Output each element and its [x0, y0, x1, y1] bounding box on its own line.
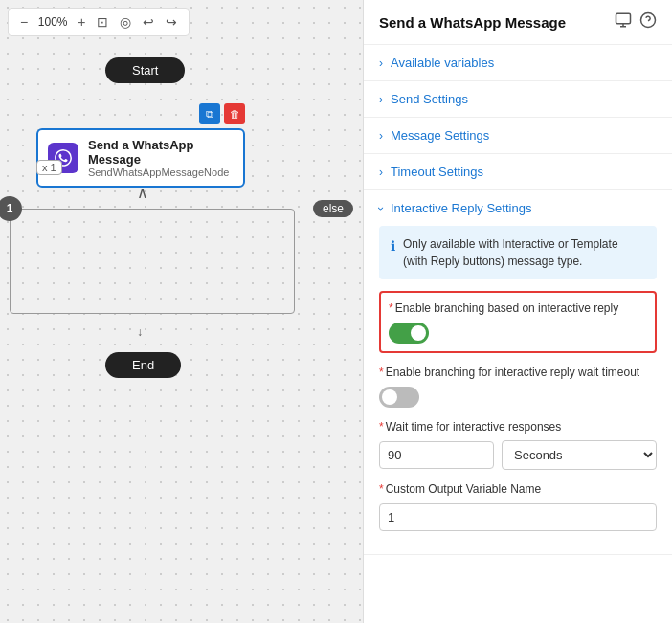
right-panel-header-icons	[615, 11, 657, 33]
end-node[interactable]: End	[105, 352, 181, 378]
canvas-panel: − 100% + ⊡ ◎ ↩ ↪ Start ⧉ 🗑 Send a WhatsA…	[0, 0, 364, 623]
custom-var-row: *Custom Output Variable Name	[379, 481, 657, 531]
monitor-icon	[615, 15, 632, 32]
toggle2-container	[379, 387, 657, 408]
toggle1-row: *Enable branching based on interactive r…	[379, 291, 657, 353]
variable-badge: x 1	[36, 160, 62, 175]
help-icon-button[interactable]	[639, 11, 657, 33]
whatsapp-node-subtitle: SendWhatsAppMessageNode	[88, 167, 234, 178]
right-panel-header: Send a WhatsApp Message	[364, 0, 672, 45]
accordion-message-settings: › Message Settings	[364, 118, 672, 154]
monitor-icon-button[interactable]	[615, 11, 632, 33]
info-icon: ℹ	[391, 236, 395, 270]
branch-label-else: else	[313, 200, 353, 217]
info-box: ℹ Only available with Interactive or Tem…	[379, 226, 657, 279]
toggle2-label: *Enable branching for interactive reply …	[379, 365, 657, 381]
chevron-down-icon: ›	[374, 207, 388, 211]
required-star-4: *	[379, 482, 384, 496]
whatsapp-node-text: Send a WhatsApp Message SendWhatsAppMess…	[88, 138, 234, 178]
toggle2-track	[379, 387, 419, 408]
toggle1-switch[interactable]	[389, 323, 429, 344]
whatsapp-node-title: Send a WhatsApp Message	[88, 138, 234, 167]
svg-rect-0	[616, 13, 631, 24]
interactive-reply-body: ℹ Only available with Interactive or Tem…	[364, 226, 672, 554]
accordion-message-settings-header[interactable]: › Message Settings	[364, 118, 672, 153]
accordion-timeout-settings-label: Timeout Settings	[391, 165, 483, 179]
right-panel-title: Send a WhatsApp Message	[379, 14, 566, 31]
accordion-send-settings: › Send Settings	[364, 81, 672, 118]
copy-node-button[interactable]: ⧉	[199, 103, 220, 124]
undo-button[interactable]: ↩	[139, 12, 158, 32]
chevron-right-icon-3: ›	[379, 129, 383, 143]
toggle2-thumb	[382, 389, 397, 405]
whatsapp-node-wrapper: ⧉ 🗑 Send a WhatsApp Message SendWhatsApp…	[36, 103, 245, 188]
accordion-available-variables-label: Available variables	[391, 56, 494, 70]
accordion-timeout-settings: › Timeout Settings	[364, 154, 672, 190]
wait-time-input[interactable]	[379, 441, 494, 469]
zoom-out-button[interactable]: −	[16, 12, 32, 32]
accordion-available-variables-header[interactable]: › Available variables	[364, 45, 672, 80]
accordion-message-settings-label: Message Settings	[391, 128, 489, 143]
toggle1-thumb	[411, 325, 426, 341]
copy-icon: ⧉	[206, 108, 213, 121]
help-icon	[639, 15, 657, 32]
redo-button[interactable]: ↪	[162, 12, 181, 32]
accordion-interactive-reply: › Interactive Reply Settings ℹ Only avai…	[364, 190, 672, 555]
zoom-in-button[interactable]: +	[74, 12, 89, 32]
chevron-right-icon-4: ›	[379, 166, 383, 179]
toggle1-label: *Enable branching based on interactive r…	[389, 300, 647, 317]
wait-time-row: *Wait time for interactive responses Sec…	[379, 419, 657, 471]
toggle1-container	[389, 323, 647, 344]
wait-time-inputs: Seconds Minutes Hours	[379, 440, 657, 470]
custom-var-input[interactable]	[379, 503, 657, 531]
delete-node-button[interactable]: 🗑	[224, 103, 245, 124]
accordion-send-settings-label: Send Settings	[391, 92, 468, 106]
accordion-available-variables: › Available variables	[364, 45, 672, 81]
arrow-up: ∧	[137, 184, 148, 202]
fit-button[interactable]: ⊡	[93, 12, 112, 32]
chevron-right-icon-2: ›	[379, 93, 383, 106]
required-star-1: *	[389, 301, 393, 315]
right-panel: Send a WhatsApp Message › Ava	[364, 0, 672, 623]
arrow-down: ↓	[137, 325, 143, 339]
canvas-toolbar: − 100% + ⊡ ◎ ↩ ↪	[8, 8, 190, 36]
info-text: Only available with Interactive or Templ…	[403, 235, 645, 270]
node-action-buttons: ⧉ 🗑	[36, 103, 245, 124]
chevron-right-icon: ›	[379, 56, 383, 70]
zoom-label: 100%	[35, 15, 70, 29]
toggle2-switch[interactable]	[379, 387, 419, 408]
required-star-2: *	[379, 366, 384, 379]
wait-time-unit-select[interactable]: Seconds Minutes Hours	[502, 440, 657, 470]
toggle1-track	[389, 323, 429, 344]
accordion-interactive-reply-label: Interactive Reply Settings	[391, 201, 531, 215]
accordion-send-settings-header[interactable]: › Send Settings	[364, 81, 672, 117]
toggle2-row: *Enable branching for interactive reply …	[379, 365, 657, 408]
accordion-timeout-settings-header[interactable]: › Timeout Settings	[364, 154, 672, 189]
accordion-interactive-reply-header[interactable]: › Interactive Reply Settings	[364, 190, 672, 226]
wait-time-label: *Wait time for interactive responses	[379, 419, 657, 435]
start-node[interactable]: Start	[105, 57, 185, 83]
custom-var-label: *Custom Output Variable Name	[379, 481, 657, 498]
target-button[interactable]: ◎	[116, 12, 135, 32]
trash-icon: 🗑	[230, 108, 240, 120]
required-star-3: *	[379, 420, 384, 434]
whatsapp-node[interactable]: Send a WhatsApp Message SendWhatsAppMess…	[36, 128, 245, 188]
branch-container	[10, 209, 295, 314]
